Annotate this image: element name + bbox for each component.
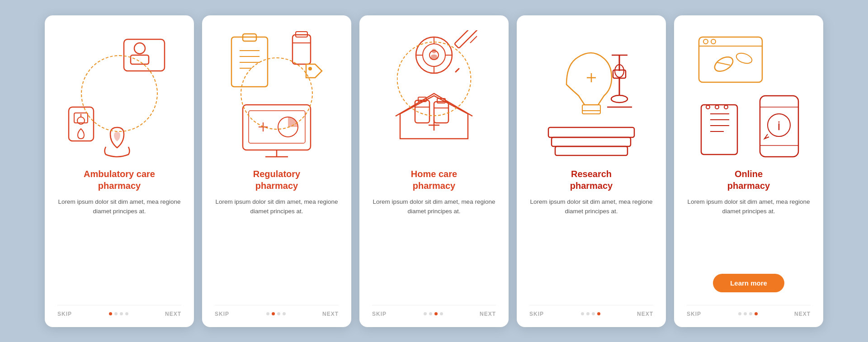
- svg-point-59: [711, 39, 716, 44]
- card-ambulatory-title: Ambulatory carepharmacy: [84, 168, 155, 192]
- dots-regulatory: [266, 312, 286, 315]
- dot-2: [586, 312, 590, 315]
- svg-line-33: [470, 36, 477, 43]
- dot-1: [109, 312, 112, 315]
- svg-point-50: [611, 95, 627, 103]
- card-research-title: Researchpharmacy: [570, 168, 613, 192]
- dashed-circle-regulatory: [241, 57, 313, 130]
- dots-research: [581, 312, 600, 315]
- dot-1: [738, 312, 741, 315]
- svg-point-16: [308, 67, 312, 70]
- card-online-title: Onlinepharmacy: [727, 168, 770, 192]
- svg-rect-54: [552, 137, 631, 146]
- dot-4: [597, 312, 600, 315]
- dot-2: [744, 312, 747, 315]
- card-ambulatory: Ambulatory carepharmacy Lorem ipsum dolo…: [45, 15, 194, 327]
- dots-homecare: [424, 312, 443, 315]
- dot-3: [749, 312, 752, 315]
- next-button-research[interactable]: NEXT: [637, 311, 653, 317]
- dot-4: [283, 312, 286, 315]
- card-homecare-title: Home carepharmacy: [411, 168, 457, 192]
- card-online-footer: SKIP NEXT: [687, 305, 811, 317]
- next-button-online[interactable]: NEXT: [794, 311, 811, 317]
- card-research: Researchpharmacy Lorem ipsum dolor sit d…: [517, 15, 666, 327]
- card-ambulatory-footer: SKIP NEXT: [57, 305, 181, 317]
- dot-4: [755, 312, 758, 315]
- dot-3: [277, 312, 280, 315]
- dashed-circle-homecare: [397, 42, 472, 116]
- svg-point-1: [134, 43, 145, 54]
- card-online: Onlinepharmacy Lorem ipsum dolor sit dim…: [674, 15, 823, 327]
- card-homecare-icon-area: [372, 28, 496, 164]
- learn-more-button[interactable]: Learn more: [713, 274, 784, 292]
- svg-rect-55: [555, 146, 627, 155]
- svg-rect-13: [292, 35, 311, 64]
- research-svg: [533, 30, 650, 161]
- dot-1: [581, 312, 584, 315]
- dot-3: [592, 312, 595, 315]
- card-ambulatory-text: Lorem ipsum dolor sit dim amet, mea regi…: [57, 197, 181, 297]
- card-regulatory-text: Lorem ipsum dolor sit dim amet, mea regi…: [215, 197, 339, 297]
- card-research-footer: SKIP NEXT: [529, 305, 653, 317]
- card-research-icon-area: [529, 28, 653, 164]
- svg-point-58: [703, 39, 708, 44]
- card-research-text: Lorem ipsum dolor sit dim amet, mea regi…: [529, 197, 653, 297]
- next-button-regulatory[interactable]: NEXT: [322, 311, 339, 317]
- dot-4: [125, 312, 128, 315]
- card-homecare: Home carepharmacy Lorem ipsum dolor sit …: [359, 15, 509, 327]
- svg-point-70: [724, 105, 728, 109]
- cards-container: Ambulatory carepharmacy Lorem ipsum dolo…: [27, 2, 841, 341]
- dot-4: [440, 312, 443, 315]
- dot-2: [272, 312, 275, 315]
- card-regulatory-icon-area: [215, 28, 339, 164]
- skip-button-homecare[interactable]: SKIP: [372, 311, 387, 317]
- skip-button-ambulatory[interactable]: SKIP: [57, 311, 72, 317]
- skip-button-regulatory[interactable]: SKIP: [215, 311, 229, 317]
- next-button-homecare[interactable]: NEXT: [480, 311, 496, 317]
- card-homecare-text: Lorem ipsum dolor sit dim amet, mea regi…: [372, 197, 496, 297]
- skip-button-online[interactable]: SKIP: [687, 311, 701, 317]
- svg-point-69: [715, 105, 719, 109]
- svg-rect-53: [548, 127, 634, 137]
- dot-3: [120, 312, 123, 315]
- card-regulatory-footer: SKIP NEXT: [215, 305, 339, 317]
- dashed-circle-ambulatory: [81, 55, 158, 132]
- card-homecare-footer: SKIP NEXT: [372, 305, 496, 317]
- skip-button-research[interactable]: SKIP: [529, 311, 544, 317]
- card-online-icon-area: [687, 28, 811, 164]
- dots-online: [738, 312, 758, 315]
- svg-rect-42: [582, 105, 600, 114]
- dot-1: [266, 312, 269, 315]
- card-regulatory: Regulatorypharmacy Lorem ipsum dolor sit…: [202, 15, 351, 327]
- dot-2: [429, 312, 432, 315]
- card-regulatory-title: Regulatorypharmacy: [253, 168, 300, 192]
- svg-point-62: [735, 51, 754, 65]
- svg-point-68: [706, 105, 710, 109]
- dot-1: [424, 312, 427, 315]
- dot-3: [434, 312, 438, 315]
- card-online-text: Lorem ipsum dolor sit dim amet, mea regi…: [687, 197, 811, 272]
- svg-rect-63: [701, 105, 737, 155]
- svg-rect-32: [454, 30, 478, 48]
- card-ambulatory-icon-area: [57, 28, 181, 164]
- svg-rect-56: [699, 37, 762, 82]
- dot-2: [114, 312, 118, 315]
- dots-ambulatory: [109, 312, 128, 315]
- next-button-ambulatory[interactable]: NEXT: [165, 311, 181, 317]
- online-svg: [690, 30, 807, 161]
